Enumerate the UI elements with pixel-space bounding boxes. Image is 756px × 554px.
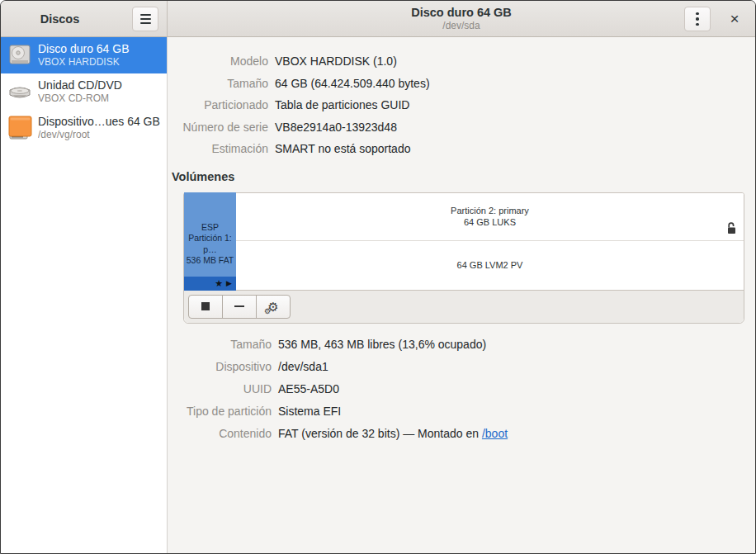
partition-info-grid: Tamaño 536 MB, 463 MB libres (13,6% ocup… xyxy=(168,334,755,445)
field-value: VB8e2914a0-13923d48 xyxy=(275,116,755,139)
field-label: Tipo de partición xyxy=(168,400,272,423)
volume-luks-partition[interactable]: Partición 2: primary 64 GB LUKS xyxy=(236,193,744,241)
star-icon: ★ xyxy=(215,279,223,288)
field-value: AE55-A5D0 xyxy=(278,378,755,400)
field-label: Tamaño xyxy=(168,334,272,356)
field-label: Estimación xyxy=(168,138,268,160)
esp-flags-strip: ★ ▶ xyxy=(184,277,236,291)
gnome-disks-window: Discos Disco duro 64 GB /dev/sda × xyxy=(0,0,756,554)
field-label: UUID xyxy=(168,378,272,400)
volume-lvm-pv[interactable]: 64 GB LVM2 PV xyxy=(236,241,744,290)
app-title: Discos xyxy=(40,12,80,26)
field-label: Dispositivo xyxy=(168,356,272,378)
drive-title: Disco duro 64 GB xyxy=(411,5,512,20)
minus-icon xyxy=(234,305,244,308)
drive-menu-button[interactable] xyxy=(684,7,711,31)
volumes-widget: ESP Partición 1: p… 536 MB FAT ★ ▶ Parti… xyxy=(183,192,744,324)
unlocked-padlock-icon xyxy=(726,222,736,237)
lvm-line1: 64 GB LVM2 PV xyxy=(457,260,523,270)
unmount-button[interactable] xyxy=(188,295,223,319)
luks-line1: Partición 2: primary xyxy=(451,205,529,216)
volumes-heading: Volúmenes xyxy=(172,170,755,183)
field-value: SMART no está soportado xyxy=(275,138,755,160)
sidebar-item-title: Unidad CD/DVD xyxy=(38,78,122,92)
esp-line2: Partición 1: p… xyxy=(184,233,236,255)
stop-icon xyxy=(201,302,210,310)
drive-subtitle: /dev/sda xyxy=(411,20,512,32)
field-label: Modelo xyxy=(168,50,268,73)
volume-diagram: ESP Partición 1: p… 536 MB FAT ★ ▶ Parti… xyxy=(184,193,744,290)
sidebar-header: Discos xyxy=(1,1,168,36)
main-header: Disco duro 64 GB /dev/sda × xyxy=(168,1,755,36)
volume-toolbar: ⚙ ⚙ xyxy=(184,290,744,323)
field-value-contenido: FAT (versión de 32 bits) — Montado en /b… xyxy=(278,423,755,445)
field-label: Tamaño xyxy=(168,73,268,95)
harddisk-icon xyxy=(6,42,34,69)
volume-esp-partition[interactable]: ESP Partición 1: p… 536 MB FAT ★ ▶ xyxy=(184,192,236,291)
delete-partition-button[interactable] xyxy=(222,295,257,319)
boot-mount-link[interactable]: /boot xyxy=(482,427,508,440)
close-icon: × xyxy=(730,10,739,28)
sidebar-item-subtitle: VBOX CD-ROM xyxy=(38,92,122,104)
play-icon: ▶ xyxy=(226,280,232,287)
header-bar: Discos Disco duro 64 GB /dev/sda × xyxy=(1,1,755,37)
window-body: Disco duro 64 GB VBOX HARDDISK Unidad CD… xyxy=(1,37,755,553)
sidebar-item-block-device[interactable]: Dispositivo…ues 64 GB /dev/vg/root xyxy=(1,110,167,146)
sidebar-item-title: Dispositivo…ues 64 GB xyxy=(38,115,160,129)
drive-title-block: Disco duro 64 GB /dev/sda xyxy=(411,5,512,32)
field-value: 64 GB (64.424.509.440 bytes) xyxy=(275,73,755,95)
field-label: Número de serie xyxy=(168,116,268,139)
close-button[interactable]: × xyxy=(722,7,747,31)
optical-drive-icon xyxy=(6,78,34,105)
field-value: Tabla de particiones GUID xyxy=(275,94,755,116)
app-menu-button[interactable] xyxy=(132,7,158,31)
luks-line2: 64 GB LUKS xyxy=(464,216,516,228)
esp-line1: ESP xyxy=(201,222,219,234)
sidebar-item-disco-duro[interactable]: Disco duro 64 GB VBOX HARDDISK xyxy=(1,37,167,73)
partition-options-button[interactable]: ⚙ ⚙ xyxy=(256,295,291,319)
sidebar-item-subtitle: /dev/vg/root xyxy=(38,129,160,140)
field-label: Particionado xyxy=(168,94,268,116)
sidebar-item-cd-dvd[interactable]: Unidad CD/DVD VBOX CD-ROM xyxy=(1,73,167,110)
field-label: Contenido xyxy=(168,423,272,445)
esp-line3: 536 MB FAT xyxy=(187,255,234,267)
disk-list-sidebar: Disco duro 64 GB VBOX HARDDISK Unidad CD… xyxy=(1,37,168,553)
field-value: 536 MB, 463 MB libres (13,6% ocupado) xyxy=(278,334,755,356)
drive-details-panel: Modelo VBOX HARDDISK (1.0) Tamaño 64 GB … xyxy=(168,37,755,553)
kebab-icon xyxy=(696,12,699,16)
sidebar-item-subtitle: VBOX HARDDISK xyxy=(38,56,130,68)
field-value: Sistema EFI xyxy=(278,400,755,423)
hamburger-icon xyxy=(140,14,151,16)
field-value: /dev/sda1 xyxy=(278,356,755,378)
block-device-icon xyxy=(6,115,34,141)
sidebar-item-title: Disco duro 64 GB xyxy=(38,42,130,56)
drive-info-grid: Modelo VBOX HARDDISK (1.0) Tamaño 64 GB … xyxy=(168,50,755,160)
field-value: VBOX HARDDISK (1.0) xyxy=(275,50,755,73)
